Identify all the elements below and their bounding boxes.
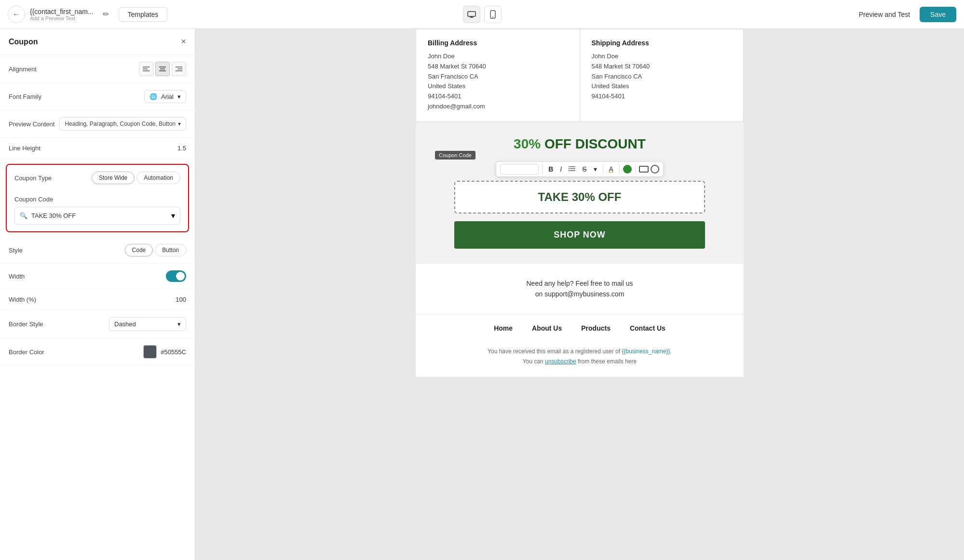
billing-heading: Billing Address [428,39,568,47]
back-button[interactable]: ← [8,6,25,23]
style-toggle: Code Button [125,244,186,256]
line-height-input[interactable] [167,145,186,152]
width-toggle[interactable] [166,270,186,282]
save-button[interactable]: Save [920,7,956,22]
font-chevron-icon: ▾ [177,93,181,100]
font-family-select[interactable]: 🌐 Arial ▾ [144,90,186,103]
billing-address1: 548 Market St 70640 [428,62,568,72]
border-style-label: Border Style [9,320,43,328]
svg-rect-0 [468,12,475,16]
toolbar-more-button[interactable]: ▾ [591,164,599,174]
footer-nav: Home About Us Products Contact Us [416,314,744,342]
toolbar-list-button[interactable] [566,164,578,174]
contact-title-main: {{contact_first_nam... [30,8,94,15]
svg-point-17 [569,170,570,171]
coupon-code-label: Coupon Code [14,196,180,203]
coupon-search-icon: 🔍 [20,212,27,219]
footer-home-link[interactable]: Home [494,324,513,332]
shop-now-button[interactable]: SHOP NOW [454,221,705,249]
mobile-view-button[interactable] [484,6,502,23]
coupon-type-store-wide-button[interactable]: Store Wide [92,172,135,184]
align-right-button[interactable] [172,62,186,76]
footer-legal-var: {{business_name}} [622,348,670,355]
topbar-left: ← {{contact_first_nam... Add a Preview T… [8,6,457,23]
footer-products-link[interactable]: Products [581,324,611,332]
footer-legal-end: . [670,348,672,355]
topbar: ← {{contact_first_nam... Add a Preview T… [0,0,964,29]
left-panel: Coupon × Alignment Font Family 🌐 [0,29,195,560]
coupon-code-box: TAKE 30% OFF [454,181,705,213]
footer-legal: You have received this email as a regist… [416,342,744,377]
discount-pct: 30% [514,136,541,151]
toolbar-italic-button[interactable]: I [557,164,564,174]
style-button-button[interactable]: Button [155,244,186,256]
coupon-type-label: Coupon Type [14,174,52,182]
toolbar-url-input[interactable] [500,164,539,174]
align-center-button[interactable] [155,62,170,76]
preview-area: Billing Address John Doe 548 Market St 7… [195,29,964,560]
help-text-line2: on support@mybusiness.com [430,289,729,299]
panel-title: Coupon [9,38,38,46]
svg-point-16 [569,168,570,169]
width-pct-value: 100 [176,296,186,303]
panel-close-button[interactable]: × [181,37,186,47]
footer-unsubscribe-link[interactable]: unsubscribe [545,358,576,365]
preview-content-select[interactable]: Heading, Paragraph, Coupon Code, Button … [59,117,186,131]
toolbar-strikethrough-button[interactable]: S [580,164,589,174]
width-row: Width [0,264,195,289]
border-color-swatch-row: #50555C [143,345,186,359]
preview-content-value: Heading, Paragraph, Coupon Code, Button [65,120,176,127]
preview-content-row: Preview Content Heading, Paragraph, Coup… [0,110,195,138]
font-family-value: Arial [161,93,174,100]
border-style-select[interactable]: Dashed ▾ [109,317,186,331]
border-style-value: Dashed [114,320,136,328]
preview-and-test-button[interactable]: Preview and Test [855,8,914,21]
desktop-view-button[interactable] [463,6,480,23]
toolbar-text-color-button[interactable]: A [607,164,616,174]
shipping-address1: 548 Market St 70640 [592,62,732,72]
coupon-code-select-left: 🔍 TAKE 30% OFF [20,212,76,219]
email-canvas: Billing Address John Doe 548 Market St 7… [416,29,744,377]
border-color-row: Border Color #50555C [0,338,195,366]
coupon-code-label-tag: Coupon Code [435,151,475,160]
toolbar-divider-2 [603,164,603,174]
width-label: Width [9,273,25,280]
templates-button[interactable]: Templates [119,7,168,22]
toolbar-rect-icon[interactable] [639,166,649,173]
contact-title-group: {{contact_first_nam... Add a Preview Tex… [30,8,94,21]
footer-legal-pre: You have received this email as a regist… [488,348,622,355]
style-code-button[interactable]: Code [125,244,153,256]
border-style-chevron: ▾ [177,320,181,328]
billing-address-col: Billing Address John Doe 548 Market St 7… [416,29,580,121]
billing-email: johndoe@gmail.com [428,102,568,112]
align-left-button[interactable] [139,62,153,76]
coupon-code-display: TAKE 30% OFF [538,190,622,203]
toolbar-divider-1 [542,164,543,174]
toolbar-divider-4 [635,164,636,174]
toolbar-color-dot[interactable] [623,165,632,173]
font-family-row: Font Family 🌐 Arial ▾ [0,83,195,110]
billing-zip: 94104-5401 [428,92,568,102]
border-color-swatch[interactable] [143,345,157,359]
coupon-code-chevron: ▾ [171,211,175,220]
font-globe-icon: 🌐 [149,93,157,100]
border-style-row: Border Style Dashed ▾ [0,310,195,338]
footer-legal-text-1: You have received this email as a regist… [435,347,724,357]
toolbar-circle-icon[interactable] [651,165,659,173]
toolbar-bold-button[interactable]: B [546,164,556,174]
font-family-label: Font Family [9,93,41,100]
coupon-code-select[interactable]: 🔍 TAKE 30% OFF ▾ [14,207,180,225]
footer-contact-link[interactable]: Contact Us [630,324,665,332]
coupon-type-automation-button[interactable]: Automation [136,172,180,184]
coupon-type-section: Coupon Type Store Wide Automation Coupon… [6,164,189,232]
preview-content-label: Preview Content [9,120,54,128]
footer-about-link[interactable]: About Us [532,324,562,332]
footer-legal2-post: from these emails here [576,358,637,365]
shipping-city: San Francisco CA [592,72,732,82]
coupon-code-row: Coupon Code 🔍 TAKE 30% OFF ▾ [7,191,188,231]
width-pct-row: Width (%) 100 [0,289,195,310]
coupon-type-inner: Coupon Type Store Wide Automation [7,165,188,191]
address-block: Billing Address John Doe 548 Market St 7… [416,29,744,122]
edit-icon-button[interactable]: ✏ [98,7,114,22]
alignment-label: Alignment [9,66,37,73]
